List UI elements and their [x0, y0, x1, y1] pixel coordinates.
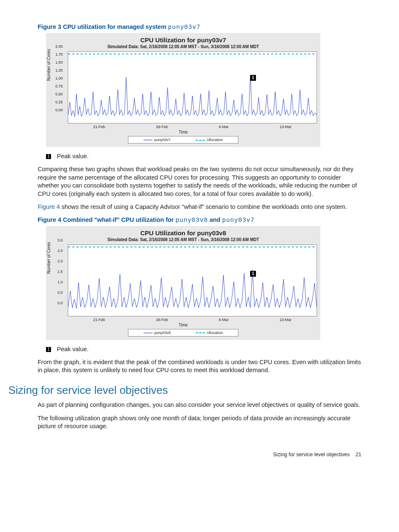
paragraph-2-tail: shows the result of using a Capacity Adv… — [60, 203, 347, 210]
paragraph-1: Comparing these two graphs shows that wo… — [38, 165, 361, 198]
figure3-callout: 1 — [250, 75, 256, 81]
figure3-note: 1 Peak value. — [46, 153, 361, 159]
figure4-chart: CPU Utilization for puny03v8 Simulated D… — [46, 226, 320, 340]
figure4-caption: Figure 4 Combined "what-if" CPU utilizat… — [38, 216, 361, 224]
paragraph-3: From the graph, it is evident that the p… — [38, 358, 361, 375]
figure4-callout: 1 — [250, 271, 256, 277]
figure3-title: CPU Utilization for puny03v7 — [49, 36, 317, 44]
paragraph-2: Figure 4 shows the result of using a Cap… — [38, 203, 361, 211]
figure4-link[interactable]: Figure 4 — [38, 203, 60, 210]
figure4-caption-mono1: puny03v8 — [176, 217, 208, 224]
note-number-icon: 1 — [46, 154, 51, 159]
figure4-xlabel: Time — [49, 323, 317, 327]
figure4-caption-mid: and — [208, 216, 222, 223]
figure3-xticks: 21-Feb 29-Feb 6-Mar 13-Mar — [68, 123, 317, 129]
figure3-plot-area: 1 — [68, 51, 317, 123]
figure4-caption-mono2: puny03v7 — [222, 217, 255, 224]
note-number-icon: 1 — [46, 347, 51, 352]
figure3-chart: CPU Utilization for puny03v7 Simulated D… — [46, 33, 320, 147]
figure4-title: CPU Utilization for puny03v8 — [49, 229, 317, 236]
figure3-xlabel: Time — [49, 130, 317, 134]
figure4-note: 1 Peak value. — [46, 346, 361, 352]
figure3-caption-mono: puny03v7 — [168, 24, 201, 31]
figure3-subtitle: Simulated Data: Sat, 2/16/2008 12:05 AM … — [49, 44, 317, 49]
figure4-yticks: 3.0 2.5 2.0 1.5 1.0 0.5 0.0 — [50, 239, 63, 312]
figure4-caption-prefix: Figure 4 Combined "what-if" CPU utilizat… — [38, 216, 176, 223]
figure4-subtitle: Simulated Data: Sat, 2/16/2008 12:05 AM … — [49, 237, 317, 242]
figure3-legend: puny03v7 Allocation — [128, 136, 238, 144]
figure3-caption-text: Figure 3 CPU utilization for managed sys… — [38, 23, 168, 30]
footer-page-number: 21 — [356, 452, 361, 457]
footer-text: Sizing for service level objectives — [273, 452, 350, 457]
figure4-note-text: Peak value. — [57, 346, 89, 352]
figure4-xticks: 21-Feb 28-Feb 6-Mar 13-Mar — [68, 316, 317, 322]
figure4-legend: puny03v8 Allocation — [128, 329, 238, 337]
page-footer: Sizing for service level objectives 21 — [38, 452, 361, 457]
figure4-plot-area: 1 — [68, 244, 317, 316]
figure3-note-text: Peak value. — [57, 153, 89, 159]
section-heading: Sizing for service level objectives — [8, 384, 361, 397]
paragraph-5: The following utilization graph shows on… — [38, 414, 361, 431]
figure3-caption: Figure 3 CPU utilization for managed sys… — [38, 23, 361, 31]
paragraph-4: As part of planning configuration change… — [38, 401, 361, 409]
figure3-yticks: 2.00 1.75 1.50 1.25 1.00 0.75 0.50 0.25 … — [50, 45, 63, 116]
